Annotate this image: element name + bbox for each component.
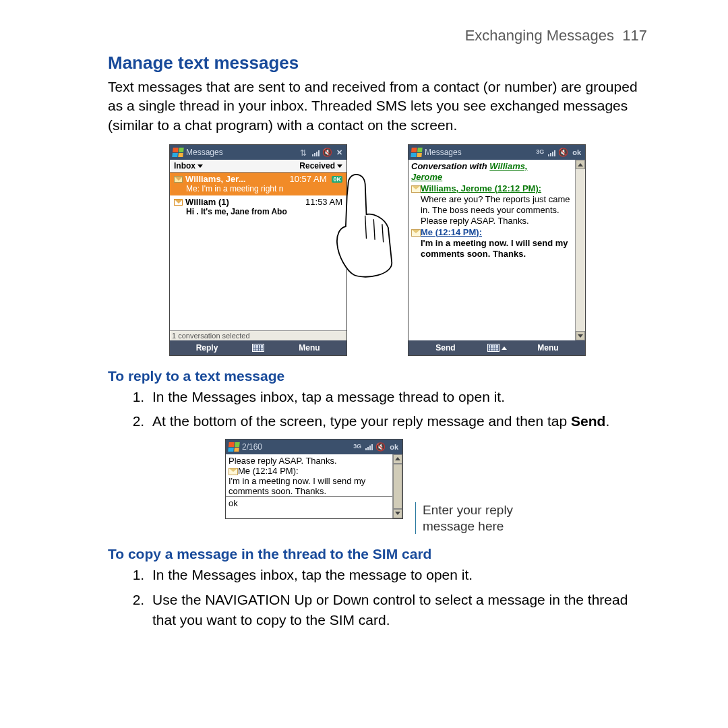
- subsection-heading-sim: To copy a message in the thread to the S…: [108, 546, 647, 562]
- envelope-icon: [174, 176, 183, 183]
- message-sender[interactable]: Williams, Jerome (12:12 PM):: [421, 183, 541, 193]
- folder-dropdown[interactable]: Inbox: [174, 161, 203, 171]
- contact-name[interactable]: Williams,: [489, 161, 527, 171]
- callout-label: Enter your reply message here: [415, 502, 530, 535]
- conversation-header-line2: Jerome: [411, 172, 573, 183]
- message-in-icon: [411, 185, 421, 193]
- signal-icon: [365, 443, 373, 450]
- message-text: I'm in a meeting now. I will send my com…: [229, 476, 390, 496]
- menu-button[interactable]: Menu: [511, 343, 585, 353]
- keyboard-icon: [252, 344, 264, 352]
- signal-icon: [548, 149, 555, 156]
- titlebar: Messages ⇅ 🔇 ✕: [170, 145, 346, 160]
- titlebar: 2/160 3G 🔇 ok: [226, 439, 402, 454]
- message-list: Williams, Jer... 10:57 AM 0K Me: I'm in …: [170, 173, 346, 330]
- list-item: In the Messages inbox, tap a message thr…: [148, 387, 647, 407]
- ok-button[interactable]: ok: [388, 443, 400, 451]
- keyboard-icon: [487, 344, 499, 352]
- network-icon: 3G: [536, 148, 545, 156]
- screenshot-row: Messages ⇅ 🔇 ✕ Inbox Received Williams, …: [108, 144, 647, 356]
- message-text: I'm in a meeting now. I will send my com…: [411, 238, 573, 260]
- sort-dropdown[interactable]: Received: [299, 161, 342, 171]
- reply-input[interactable]: ok: [226, 497, 392, 518]
- titlebar-title: Messages: [186, 148, 223, 157]
- section-heading: Manage text messages: [108, 53, 647, 73]
- reply-button[interactable]: Reply: [170, 343, 244, 353]
- subsection-heading-reply: To reply to a text message: [108, 368, 647, 384]
- screenshot-compose-row: 2/160 3G 🔇 ok Please reply ASAP. Thanks.…: [108, 439, 647, 535]
- conversation-header: Conversation with Williams,: [411, 161, 573, 172]
- speaker-icon: 🔇: [375, 442, 386, 452]
- titlebar: Messages 3G 🔇 ok: [408, 145, 585, 160]
- chevron-down-icon: [198, 164, 203, 168]
- sync-icon: ⇅: [300, 148, 309, 156]
- message-out-icon: [229, 468, 238, 475]
- intro-paragraph: Text messages that are sent to and recei…: [108, 78, 647, 135]
- sim-steps-list: In the Messages inbox, tap the message t…: [108, 565, 647, 630]
- page-header: Exchanging Messages 117: [108, 27, 647, 44]
- send-button[interactable]: Send: [408, 343, 483, 353]
- screenshot-compose: 2/160 3G 🔇 ok Please reply ASAP. Thanks.…: [225, 439, 403, 519]
- start-icon[interactable]: [228, 442, 239, 452]
- keyboard-button[interactable]: [483, 344, 511, 352]
- screenshot-conversation: Messages 3G 🔇 ok Conversation with Willi…: [408, 144, 586, 356]
- softkey-bar: Reply Menu: [170, 340, 346, 355]
- compose-history: Please reply ASAP. Thanks. Me (12:14 PM)…: [226, 454, 392, 497]
- close-icon[interactable]: ✕: [335, 148, 344, 157]
- scroll-up-button[interactable]: [576, 160, 585, 169]
- message-out-icon: [411, 229, 421, 237]
- msg-sender: William (1): [185, 197, 229, 207]
- speaker-icon: 🔇: [558, 148, 568, 157]
- scrollbar[interactable]: [392, 454, 402, 518]
- signal-icon: [312, 149, 320, 156]
- message-sender-me[interactable]: Me (12:14 PM):: [238, 466, 299, 476]
- scrollbar[interactable]: [575, 160, 585, 340]
- message-text: Where are you? The reports just came in.…: [411, 194, 573, 227]
- compose-body: Please reply ASAP. Thanks. Me (12:14 PM)…: [226, 454, 402, 518]
- start-icon[interactable]: [411, 148, 422, 157]
- msg-size-badge: 0K: [332, 176, 342, 183]
- softkey-bar: Send Menu: [408, 340, 585, 355]
- scroll-down-button[interactable]: [576, 331, 585, 340]
- screenshot-inbox: Messages ⇅ 🔇 ✕ Inbox Received Williams, …: [169, 144, 347, 356]
- chevron-down-icon: [337, 164, 342, 168]
- envelope-icon: [174, 199, 183, 206]
- filter-bar: Inbox Received: [170, 160, 346, 173]
- list-item: At the bottom of the screen, type your r…: [148, 411, 647, 431]
- msg-time: 11:53 AM: [305, 197, 342, 207]
- scroll-up-button[interactable]: [393, 454, 402, 464]
- list-item: In the Messages inbox, tap the message t…: [148, 565, 647, 585]
- scroll-track[interactable]: [576, 169, 585, 331]
- chevron-up-icon: [502, 346, 507, 350]
- message-sender-me[interactable]: Me (12:14 PM):: [421, 227, 482, 237]
- chapter-title: Exchanging Messages: [465, 27, 614, 44]
- msg-preview: Hi . It's me, Jane from Abo: [174, 207, 342, 216]
- titlebar-title: Messages: [425, 148, 462, 157]
- message-block: Williams, Jerome (12:12 PM): Where are y…: [411, 183, 573, 227]
- titlebar-title: 2/160: [242, 442, 262, 452]
- start-icon[interactable]: [172, 148, 183, 157]
- ok-button[interactable]: ok: [571, 148, 582, 156]
- reply-steps-list: In the Messages inbox, tap a message thr…: [108, 387, 647, 432]
- page-number: 117: [622, 27, 647, 44]
- menu-button[interactable]: Menu: [272, 343, 346, 353]
- scroll-down-button[interactable]: [393, 509, 402, 518]
- message-row[interactable]: Williams, Jer... 10:57 AM 0K Me: I'm in …: [170, 173, 346, 195]
- speaker-icon: 🔇: [322, 148, 332, 157]
- message-text: Please reply ASAP. Thanks.: [229, 456, 390, 466]
- list-item: Use the NAVIGATION Up or Down control to…: [148, 590, 647, 631]
- message-block: Me (12:14 PM): I'm in a meeting now. I w…: [411, 227, 573, 260]
- status-bar: 1 conversation selected: [170, 330, 346, 340]
- msg-time: 10:57 AM: [290, 174, 327, 184]
- msg-preview: Me: I'm in a meeting right n: [174, 184, 342, 193]
- contact-name[interactable]: Jerome: [411, 172, 442, 182]
- conversation-body: Conversation with Williams, Jerome Willi…: [408, 160, 585, 340]
- message-row[interactable]: William (1) 11:53 AM Hi . It's me, Jane …: [170, 195, 346, 218]
- keyboard-button[interactable]: [244, 344, 272, 352]
- msg-sender: Williams, Jer...: [185, 174, 245, 184]
- network-icon: 3G: [353, 443, 363, 451]
- scroll-thumb[interactable]: [393, 464, 402, 509]
